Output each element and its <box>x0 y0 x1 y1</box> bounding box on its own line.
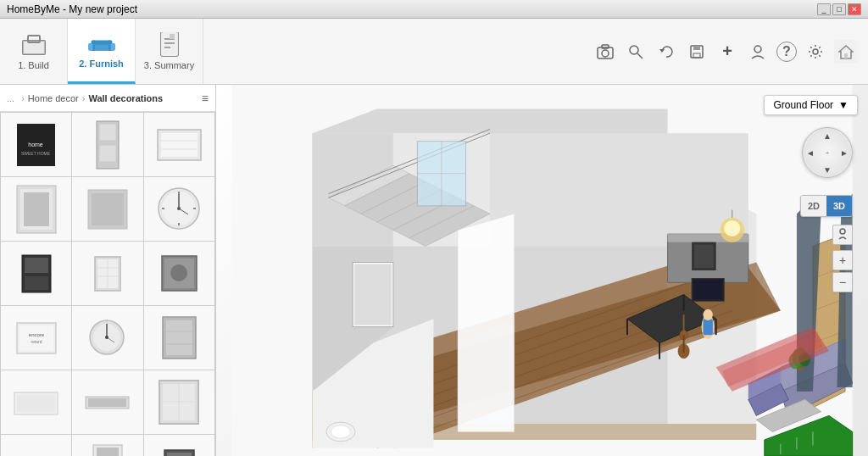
svg-point-18 <box>630 46 638 54</box>
item-image <box>153 248 204 299</box>
zoom-in-icon: + <box>839 253 846 267</box>
compass-up[interactable]: ▲ <box>819 127 836 144</box>
floor-label: Ground Floor <box>773 99 833 111</box>
svg-text:encore: encore <box>28 332 44 337</box>
app-title: HomeByMe - My new project <box>7 3 137 15</box>
svg-rect-79 <box>88 398 126 407</box>
svg-text:SWEET HOME: SWEET HOME <box>21 151 51 156</box>
list-item[interactable]: encore retard <box>1 306 71 370</box>
item-image <box>82 184 133 235</box>
item-image: encore retard <box>11 313 62 364</box>
search-icon[interactable] <box>624 40 648 64</box>
summary-icon <box>156 33 183 57</box>
view-2d-button[interactable]: 2D <box>801 196 826 216</box>
close-button[interactable]: ✕ <box>848 3 861 15</box>
svg-rect-77 <box>17 395 55 412</box>
tab-summary[interactable]: 3. Summary <box>136 19 203 84</box>
svg-point-157 <box>331 425 351 438</box>
help-icon[interactable]: ? <box>776 42 797 62</box>
list-item[interactable] <box>72 242 142 305</box>
list-item[interactable] <box>72 177 142 241</box>
breadcrumb-sep-1: › <box>21 93 25 103</box>
list-item[interactable] <box>1 370 71 434</box>
item-image <box>82 248 133 299</box>
compass-right[interactable]: ► <box>836 144 853 161</box>
svg-text:retard: retard <box>31 339 42 344</box>
list-item[interactable] <box>72 113 142 176</box>
item-image <box>11 248 62 299</box>
svg-point-25 <box>813 49 818 54</box>
breadcrumb-home-decor[interactable]: Home decor <box>28 93 79 103</box>
toolbar-actions: + ? <box>203 19 868 84</box>
items-grid: home SWEET HOME <box>0 112 215 456</box>
list-item[interactable] <box>1 177 71 241</box>
compass-center[interactable]: + <box>819 144 836 161</box>
list-item[interactable] <box>144 113 214 176</box>
svg-rect-27 <box>844 53 848 58</box>
list-view-icon[interactable]: ≡ <box>202 92 209 105</box>
svg-rect-35 <box>161 133 198 157</box>
item-image <box>82 120 133 170</box>
list-item[interactable] <box>144 177 214 241</box>
undo-icon[interactable] <box>654 40 678 64</box>
window-controls: _ □ ✕ <box>817 3 861 15</box>
zoom-in-button[interactable]: + <box>832 250 853 270</box>
breadcrumb-dots[interactable]: ... <box>7 93 14 103</box>
build-icon <box>20 33 47 57</box>
zoom-out-button[interactable]: − <box>832 272 853 292</box>
list-item[interactable] <box>72 306 142 370</box>
svg-rect-8 <box>110 43 114 51</box>
svg-point-62 <box>170 264 187 281</box>
add-icon[interactable]: + <box>715 40 739 64</box>
svg-marker-14 <box>170 34 175 39</box>
item-image <box>153 377 204 428</box>
room-3d-view <box>216 85 868 456</box>
save-icon[interactable] <box>685 40 709 64</box>
compass-down[interactable]: ▼ <box>819 161 836 178</box>
person-zoom-icon <box>832 225 853 245</box>
svg-rect-53 <box>25 258 48 273</box>
item-image <box>82 377 133 428</box>
view-3d-button[interactable]: 3D <box>826 196 852 216</box>
svg-line-19 <box>637 53 643 58</box>
list-item[interactable] <box>72 435 142 456</box>
settings-icon[interactable] <box>804 40 827 64</box>
svg-rect-73 <box>166 320 192 355</box>
compass-left[interactable]: ◄ <box>802 144 819 161</box>
item-image <box>11 377 62 428</box>
account-icon[interactable] <box>746 40 770 64</box>
svg-text:home: home <box>28 142 43 147</box>
list-item[interactable] <box>144 242 214 305</box>
svg-rect-6 <box>108 40 111 50</box>
svg-rect-64 <box>19 325 53 351</box>
minimize-button[interactable]: _ <box>817 3 831 15</box>
svg-rect-144 <box>694 245 714 269</box>
list-item[interactable] <box>1 435 71 456</box>
list-item[interactable] <box>144 370 214 434</box>
tab-build[interactable]: 1. Build <box>0 19 68 84</box>
maximize-button[interactable]: □ <box>832 3 846 15</box>
svg-point-140 <box>724 220 740 236</box>
list-item[interactable] <box>144 435 214 456</box>
svg-rect-132 <box>703 319 712 335</box>
view-area: Ground Floor ▼ ▲ ◄ + ► ▼ 2D 3D <box>216 85 868 456</box>
svg-rect-7 <box>88 43 92 51</box>
svg-rect-86 <box>97 448 119 456</box>
zoom-out-icon: − <box>839 275 846 289</box>
floor-arrow: ▼ <box>838 99 849 111</box>
list-item[interactable] <box>1 242 71 305</box>
tab-build-label: 1. Build <box>18 60 49 70</box>
list-item[interactable] <box>144 306 214 370</box>
camera-icon[interactable] <box>593 40 617 64</box>
svg-rect-136 <box>683 335 685 353</box>
svg-marker-20 <box>659 49 665 53</box>
list-item[interactable]: home SWEET HOME <box>1 113 71 176</box>
breadcrumb-wall-decorations[interactable]: Wall decorations <box>88 93 163 103</box>
floor-control[interactable]: Ground Floor ▼ <box>764 95 858 115</box>
home-icon[interactable] <box>834 40 858 64</box>
svg-rect-32 <box>99 124 116 141</box>
svg-rect-142 <box>693 280 722 299</box>
list-item[interactable] <box>72 370 142 434</box>
svg-rect-17 <box>602 45 609 48</box>
tab-furnish[interactable]: 2. Furnish <box>68 19 136 84</box>
